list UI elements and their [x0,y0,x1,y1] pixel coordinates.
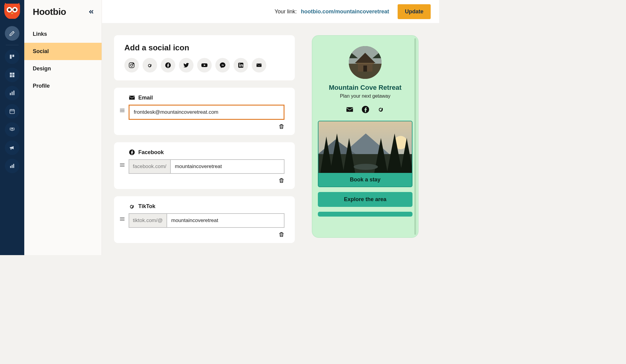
rail-item-calendar[interactable] [5,104,19,119]
social-icon-picker [124,58,284,72]
main-area: Your link: hootbio.com/mountaincoveretre… [102,0,439,255]
app-title: Hootbio [33,7,66,17]
rail-item-dashboard[interactable] [5,68,19,82]
drag-handle[interactable] [119,217,125,221]
svg-point-44 [354,164,378,170]
delete-tiktok-button[interactable] [278,231,284,238]
facebook-icon [165,62,171,69]
svg-rect-24 [257,64,262,67]
email-input[interactable] [129,105,284,120]
pick-tiktok[interactable] [143,58,157,72]
add-social-title: Add a social icon [124,43,284,52]
youtube-icon [201,62,208,69]
entry-email: Email [114,88,295,135]
rail-item-streams[interactable] [5,49,19,64]
svg-rect-31 [363,66,367,72]
update-button[interactable]: Update [398,4,431,19]
facebook-icon [129,149,135,156]
svg-point-20 [133,63,133,64]
svg-rect-13 [13,91,14,95]
nav-item-social[interactable]: Social [24,43,102,60]
pick-email[interactable] [252,58,266,72]
facebook-input[interactable] [170,159,284,174]
entry-tiktok: TikTok tiktok.com/@ [114,196,295,243]
editor-column: Add a social icon [114,35,295,243]
drag-icon [119,163,125,167]
your-link-label: Your link: hootbio.com/mountaincoveretre… [274,8,389,15]
preview-link-card-3[interactable] [318,212,412,217]
rail-item-analytics[interactable] [5,86,19,100]
facebook-icon[interactable] [362,106,369,113]
svg-rect-14 [10,110,15,113]
pick-twitter[interactable] [179,58,194,72]
tiktok-icon[interactable] [377,106,385,113]
svg-rect-7 [10,73,12,75]
collapse-button[interactable] [88,9,94,15]
preview-name: Mountain Cove Retreat [329,84,402,92]
messenger-icon [219,62,226,69]
svg-rect-17 [13,164,14,168]
rail-item-reports[interactable] [5,159,19,173]
drag-icon [119,217,125,221]
svg-point-3 [14,8,16,11]
nav-item-links[interactable]: Links [24,25,102,43]
rail-item-amplify[interactable] [5,140,19,155]
email-icon[interactable] [346,106,354,113]
phone-preview: Mountain Cove Retreat Plan your next get… [312,35,419,238]
pick-messenger[interactable] [215,58,230,72]
your-link-url[interactable]: hootbio.com/mountaincoveretreat [301,8,389,15]
inbox-icon [9,126,15,133]
svg-rect-15 [10,166,11,168]
entry-header-tiktok: TikTok [129,203,284,210]
trash-icon [278,231,284,238]
entry-label: Email [138,95,153,101]
preview-cover-image [318,121,412,173]
topbar: Your link: hootbio.com/mountaincoveretre… [102,0,439,23]
tiktok-prefix: tiktok.com/@ [129,213,167,228]
nav-item-profile[interactable]: Profile [24,77,102,95]
chevrons-left-icon [88,9,94,15]
delete-facebook-button[interactable] [278,177,284,184]
preview-link-card-1[interactable]: Book a stay [318,121,412,187]
sidebar-header: Hootbio [24,0,102,25]
svg-rect-12 [12,92,12,95]
preview-card-label-1: Book a stay [318,173,412,187]
entry-label: TikTok [138,203,155,210]
svg-rect-5 [10,55,12,59]
pick-youtube[interactable] [197,58,212,72]
svg-rect-6 [12,55,14,57]
compose-icon [9,30,15,36]
rail-item-compose[interactable] [5,26,19,41]
drag-icon [119,108,125,113]
svg-point-2 [8,8,11,11]
email-icon [256,62,262,69]
preview-scrollbar[interactable] [414,38,416,235]
owl-logo-icon [4,3,20,19]
trash-icon [278,123,284,130]
nav-item-design[interactable]: Design [24,60,102,77]
streams-icon [9,54,15,60]
entry-header-facebook: Facebook [129,149,284,156]
svg-rect-25 [129,96,135,100]
rail-sidebar [0,0,24,255]
preview-link-card-2[interactable]: Explore the area [318,192,412,207]
tiktok-input[interactable] [167,213,285,228]
svg-rect-10 [12,75,15,77]
chart-icon [9,163,15,169]
pick-instagram[interactable] [124,58,139,72]
preview-column: Mountain Cove Retreat Plan your next get… [312,35,419,243]
rail-divider [6,45,19,45]
drag-handle[interactable] [119,163,125,167]
rail-item-inbox[interactable] [5,122,19,137]
pick-facebook[interactable] [161,58,175,72]
entry-label: Facebook [138,149,164,156]
pick-linkedin[interactable] [234,58,248,72]
svg-rect-16 [12,165,12,168]
mountain-image [318,121,412,173]
svg-rect-8 [12,73,15,75]
trash-icon [278,177,284,184]
svg-rect-9 [10,75,12,77]
add-social-card: Add a social icon [114,35,295,80]
delete-email-button[interactable] [278,123,284,130]
drag-handle[interactable] [119,108,125,113]
